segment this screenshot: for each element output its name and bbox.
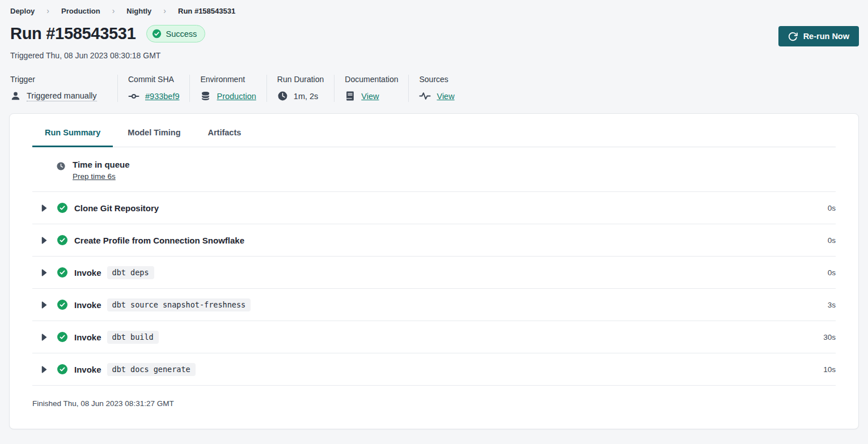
run-summary-card: Run Summary Model Timing Artifacts Time … <box>9 113 859 429</box>
time-in-queue-title: Time in queue <box>73 160 130 169</box>
expand-caret-icon[interactable] <box>41 237 47 244</box>
meta-environment-label: Environment <box>200 75 256 84</box>
meta-documentation-label: Documentation <box>345 75 398 84</box>
environment-link[interactable]: Production <box>217 92 256 101</box>
refresh-icon <box>788 32 798 41</box>
commit-sha-link[interactable]: #933bef9 <box>145 92 179 101</box>
pulse-icon <box>419 91 431 101</box>
step-command-chip: dbt docs generate <box>107 363 196 376</box>
step-row-invoke-dbt-docs-generate: Invoke dbt docs generate 10s <box>32 353 836 386</box>
book-icon <box>345 91 355 101</box>
success-check-icon <box>57 300 67 310</box>
expand-caret-icon[interactable] <box>41 269 47 276</box>
tab-bar: Run Summary Model Timing Artifacts <box>32 128 836 147</box>
breadcrumb: Deploy › Production › Nightly › Run #158… <box>10 6 858 15</box>
meta-commit-sha: Commit SHA #933bef9 <box>128 75 190 102</box>
meta-sources: Sources View <box>419 75 464 102</box>
step-label: Invoke <box>74 365 101 374</box>
breadcrumb-item-production[interactable]: Production <box>61 7 100 15</box>
step-row-invoke-dbt-build: Invoke dbt build 30s <box>32 321 836 353</box>
step-label: Invoke <box>74 332 101 342</box>
run-metadata-row: Trigger Triggered manually Commit SHA #9… <box>10 75 858 102</box>
status-badge-label: Success <box>166 29 197 39</box>
time-in-queue-row: Time in queue Prep time 6s <box>32 147 836 192</box>
meta-trigger-label: Trigger <box>10 75 107 84</box>
run-duration-value: 1m, 2s <box>294 92 319 101</box>
step-row-invoke-dbt-source-snapshot-freshness: Invoke dbt source snapshot-freshness 3s <box>32 289 836 321</box>
sources-view-link[interactable]: View <box>437 92 454 101</box>
tab-model-timing[interactable]: Model Timing <box>115 128 193 147</box>
database-icon <box>200 91 211 101</box>
expand-caret-icon[interactable] <box>41 366 47 373</box>
success-check-icon <box>57 267 67 278</box>
breadcrumb-current-run: Run #158543531 <box>178 7 235 15</box>
step-duration: 3s <box>828 301 836 309</box>
step-duration: 0s <box>828 236 836 245</box>
step-command-chip: dbt source snapshot-freshness <box>107 298 251 311</box>
step-row-invoke-dbt-deps: Invoke dbt deps 0s <box>32 257 836 289</box>
step-label: Clone Git Repository <box>74 203 159 213</box>
success-check-icon <box>57 332 67 342</box>
meta-run-duration: Run Duration 1m, 2s <box>277 75 335 102</box>
step-row-clone-git-repository: Clone Git Repository 0s <box>32 192 836 224</box>
page-title: Run #158543531 <box>10 24 136 43</box>
step-label: Invoke <box>74 268 101 278</box>
rerun-now-button[interactable]: Re-run Now <box>778 26 859 46</box>
documentation-view-link[interactable]: View <box>361 92 379 101</box>
step-duration: 30s <box>823 333 836 341</box>
step-row-create-profile: Create Profile from Connection Snowflake… <box>32 224 836 257</box>
finished-timestamp: Finished Thu, 08 Jun 2023 08:31:27 GMT <box>32 386 836 408</box>
meta-trigger: Trigger Triggered manually <box>10 75 118 102</box>
step-duration: 0s <box>828 204 836 212</box>
person-icon <box>10 91 21 101</box>
meta-sources-label: Sources <box>419 75 454 84</box>
rerun-now-label: Re-run Now <box>803 32 849 41</box>
meta-environment: Environment Production <box>200 75 266 102</box>
meta-documentation: Documentation View <box>345 75 409 102</box>
meta-trigger-value: Triggered manually <box>27 91 97 101</box>
success-check-icon <box>152 29 162 39</box>
expand-caret-icon[interactable] <box>41 301 47 309</box>
success-check-icon <box>57 364 67 374</box>
breadcrumb-item-deploy[interactable]: Deploy <box>10 7 35 15</box>
breadcrumb-separator: › <box>163 6 166 15</box>
clock-icon <box>277 91 288 101</box>
breadcrumb-separator: › <box>112 6 115 15</box>
prep-time-link[interactable]: Prep time 6s <box>73 172 116 181</box>
step-duration: 0s <box>828 268 836 277</box>
expand-caret-icon[interactable] <box>41 334 47 341</box>
status-badge: Success <box>146 25 206 42</box>
success-check-icon <box>57 235 67 245</box>
breadcrumb-separator: › <box>46 6 49 15</box>
step-command-chip: dbt deps <box>107 266 154 279</box>
breadcrumb-item-nightly[interactable]: Nightly <box>126 7 151 15</box>
success-check-icon <box>57 203 67 213</box>
tab-artifacts[interactable]: Artifacts <box>196 128 254 147</box>
step-label: Create Profile from Connection Snowflake <box>74 236 244 245</box>
page-header: Deploy › Production › Nightly › Run #158… <box>0 0 868 60</box>
meta-duration-label: Run Duration <box>277 75 324 84</box>
expand-caret-icon[interactable] <box>41 204 47 212</box>
step-label: Invoke <box>74 300 101 310</box>
triggered-timestamp: Triggered Thu, 08 Jun 2023 08:30:18 GMT <box>10 51 858 60</box>
queue-clock-icon <box>56 161 66 171</box>
commit-icon <box>128 91 139 102</box>
step-duration: 10s <box>823 365 836 374</box>
tab-run-summary[interactable]: Run Summary <box>32 128 113 147</box>
step-command-chip: dbt build <box>107 331 159 344</box>
meta-commit-label: Commit SHA <box>128 75 179 84</box>
